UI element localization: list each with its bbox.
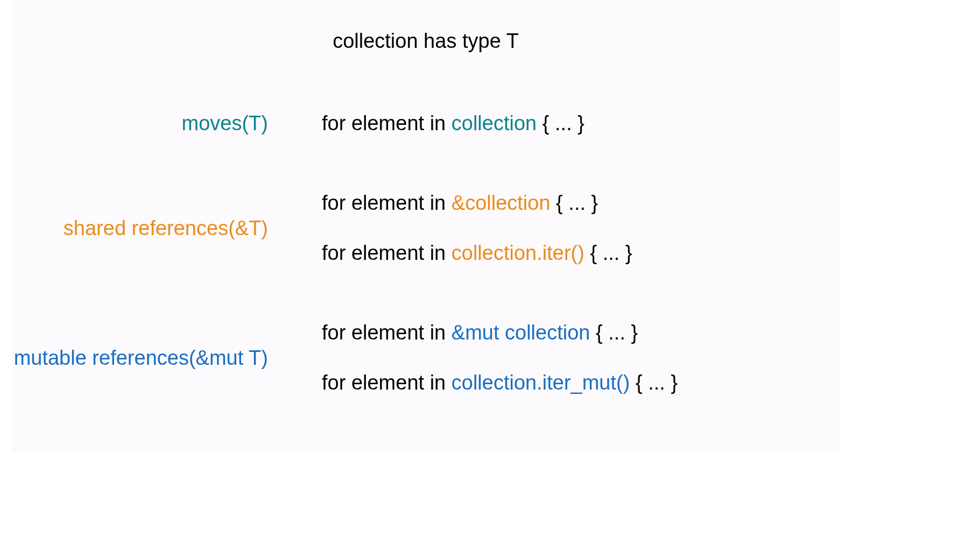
label-mutable: mutable references(&mut T) [12, 347, 322, 370]
code-suffix: { ... } [630, 371, 678, 394]
code-highlight: collection [452, 112, 537, 135]
row-moves: moves(T) for element in collection { ...… [12, 112, 839, 135]
code-highlight: &collection [452, 192, 551, 214]
diagram-rows: moves(T) for element in collection { ...… [12, 112, 839, 394]
code-prefix: for element in [322, 321, 452, 344]
code-prefix: for element in [322, 371, 452, 394]
label-moves: moves(T) [12, 112, 322, 135]
code-highlight: &mut collection [452, 321, 590, 344]
code-highlight: collection.iter_mut() [452, 371, 630, 394]
code-prefix: for element in [322, 192, 452, 214]
code-suffix: { ... } [584, 242, 632, 264]
code-suffix: { ... } [551, 192, 598, 214]
row-mutable: mutable references(&mut T) for element i… [12, 321, 839, 394]
diagram-container: collection has type T moves(T) for eleme… [12, 0, 839, 452]
code-line: for element in collection { ... } [322, 112, 584, 135]
code-line: for element in collection.iter_mut() { .… [322, 371, 678, 394]
code-line: for element in &collection { ... } [322, 192, 632, 215]
code-prefix: for element in [322, 112, 452, 135]
code-line: for element in collection.iter() { ... } [322, 242, 632, 265]
code-highlight: collection.iter() [452, 242, 584, 264]
diagram-title: collection has type T [12, 30, 839, 53]
code-line: for element in &mut collection { ... } [322, 321, 678, 344]
row-shared: shared references(&T) for element in &co… [12, 192, 839, 265]
code-lines-shared: for element in &collection { ... } for e… [322, 192, 632, 265]
label-shared: shared references(&T) [12, 217, 322, 240]
code-suffix: { ... } [537, 112, 584, 135]
code-prefix: for element in [322, 242, 452, 264]
code-suffix: { ... } [590, 321, 638, 344]
code-lines-moves: for element in collection { ... } [322, 112, 584, 135]
code-lines-mutable: for element in &mut collection { ... } f… [322, 321, 678, 394]
